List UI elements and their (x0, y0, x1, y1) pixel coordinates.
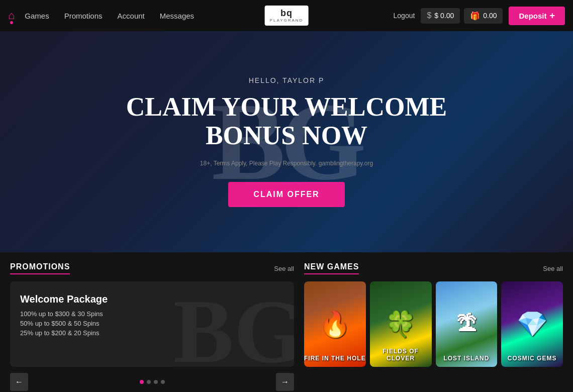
logo-sub: PLAYGRAND (270, 19, 304, 23)
game-label-clover: FIELDS OF CLOVER (370, 348, 432, 362)
nav-item-account[interactable]: Account (118, 12, 145, 20)
deposit-label: Deposit (519, 12, 546, 20)
promo-line-2: 50% up to $500 & 50 Spins (20, 320, 108, 327)
promotions-header: PROMOTIONS See all (10, 262, 294, 274)
promo-title: Welcome Package (20, 293, 108, 305)
cash-balance: $ $ 0.00 (421, 8, 460, 24)
nav-item-promotions[interactable]: Promotions (64, 12, 103, 20)
games-grid: 🔥 FIRE IN THE HOLE 🍀 FIELDS OF CLOVER 🏝 … (304, 281, 563, 367)
promo-bg-logo: BG (173, 286, 294, 367)
home-icon[interactable]: ⌂ (8, 9, 15, 22)
game-label-cosmic: COSMIC GEMS (501, 355, 563, 362)
promo-prev-button[interactable]: ← (10, 373, 28, 391)
promo-content: Welcome Package 100% up to $300 & 30 Spi… (20, 293, 108, 339)
promo-line-3: 25% up to $200 & 20 Spins (20, 329, 108, 337)
main-nav: Games Promotions Account Messages (25, 12, 194, 20)
new-games-section: NEW GAMES See all 🔥 FIRE IN THE HOLE 🍀 F… (304, 262, 563, 391)
header-right: Logout $ $ 0.00 🎁 0.00 Deposit + (394, 7, 565, 25)
hero-disclaimer: 18+, Terms Apply, Please Play Responsibl… (111, 160, 462, 167)
promo-line-1: 100% up to $300 & 30 Spins (20, 310, 108, 318)
deposit-button[interactable]: Deposit + (509, 7, 565, 25)
clover-icon: 🍀 (385, 310, 416, 339)
bonus-balance: 🎁 0.00 (464, 8, 503, 24)
game-card-fire[interactable]: 🔥 FIRE IN THE HOLE (304, 281, 366, 367)
new-games-title: NEW GAMES (304, 262, 359, 274)
cash-amount: $ 0.00 (434, 12, 454, 20)
game-label-island: LOST ISLAND (436, 355, 498, 362)
game-card-island[interactable]: 🏝 LOST ISLAND (436, 281, 498, 367)
game-label-fire: FIRE IN THE HOLE (304, 355, 366, 362)
game-card-clover[interactable]: 🍀 FIELDS OF CLOVER (370, 281, 432, 367)
bottom-area: PROMOTIONS See all BG Welcome Package 10… (0, 252, 573, 392)
hero-title: CLAIM YOUR WELCOME BONUS NOW (111, 92, 462, 150)
game-card-cosmic[interactable]: 💎 COSMIC GEMS (501, 281, 563, 367)
new-games-see-all[interactable]: See all (543, 265, 563, 272)
fire-icon: 🔥 (319, 310, 350, 339)
promo-nav: ← → (10, 373, 294, 391)
promotions-section: PROMOTIONS See all BG Welcome Package 10… (10, 262, 294, 391)
dot-4 (161, 380, 165, 384)
balance-group: $ $ 0.00 🎁 0.00 (421, 8, 503, 24)
dot-2 (147, 380, 151, 384)
hero-section: BG HELLO, TAYLOR P CLAIM YOUR WELCOME BO… (0, 31, 573, 252)
game-thumb-island: 🏝 (436, 281, 498, 367)
site-logo: bq PLAYGRAND (265, 6, 309, 26)
promotions-title: PROMOTIONS (10, 262, 70, 274)
cosmic-icon: 💎 (517, 310, 548, 339)
dot-1 (140, 380, 144, 384)
promo-next-button[interactable]: → (276, 373, 294, 391)
bonus-amount: 0.00 (483, 12, 497, 20)
logout-button[interactable]: Logout (394, 12, 415, 20)
promotions-see-all[interactable]: See all (274, 265, 294, 272)
claim-offer-button[interactable]: CLAIM OFFER (228, 182, 344, 207)
promo-card: BG Welcome Package 100% up to $300 & 30 … (10, 281, 294, 367)
bonus-icon: 🎁 (470, 11, 480, 21)
header: ⌂ Games Promotions Account Messages bq P… (0, 0, 573, 31)
hero-content: HELLO, TAYLOR P CLAIM YOUR WELCOME BONUS… (111, 76, 462, 207)
game-thumb-fire: 🔥 (304, 281, 366, 367)
promo-dots (140, 380, 165, 384)
game-thumb-cosmic: 💎 (501, 281, 563, 367)
cash-icon: $ (427, 11, 431, 20)
logo-text: bq (280, 9, 293, 18)
dot-3 (154, 380, 158, 384)
hero-greeting: HELLO, TAYLOR P (111, 76, 462, 84)
island-icon: 🏝 (456, 313, 476, 336)
deposit-plus-icon: + (549, 11, 555, 21)
nav-item-messages[interactable]: Messages (160, 12, 194, 20)
nav-item-games[interactable]: Games (25, 12, 49, 20)
new-games-header: NEW GAMES See all (304, 262, 563, 274)
